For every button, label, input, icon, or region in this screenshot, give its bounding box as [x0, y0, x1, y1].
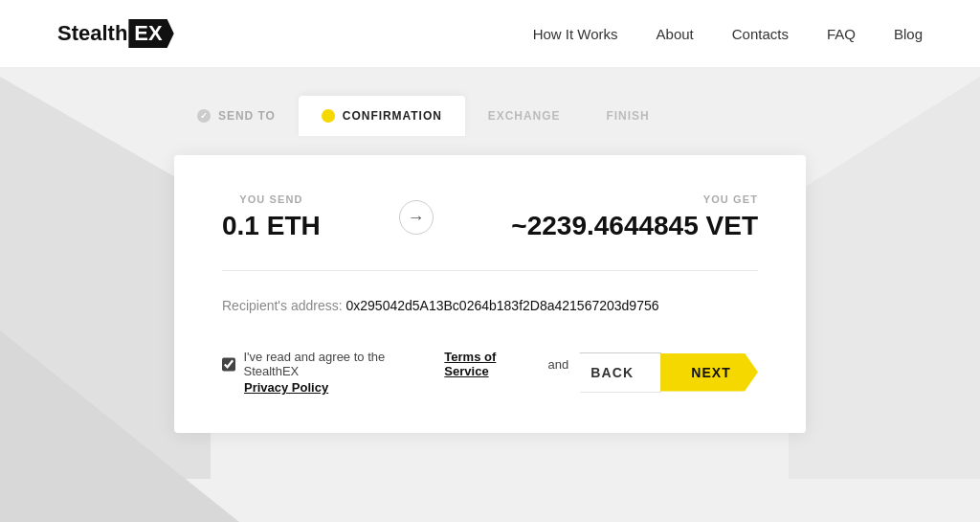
main-content: ✓ SEND TO CONFIRMATION EXCHANGE FINISH Y…: [0, 67, 980, 433]
terms-checkbox[interactable]: [222, 357, 235, 372]
step-finish: FINISH: [584, 96, 673, 136]
buttons-group: BACK NEXT: [568, 352, 758, 393]
recipient-label: Recipient's address:: [222, 298, 343, 313]
header: StealthEX How It Works About Contacts FA…: [0, 0, 980, 67]
recipient-address: 0x295042d5A13Bc0264b183f2D8a421567203d97…: [346, 298, 659, 313]
nav-blog[interactable]: Blog: [894, 26, 923, 42]
send-label: YOU SEND: [222, 193, 321, 205]
next-button[interactable]: NEXT: [660, 353, 758, 392]
privacy-policy-link[interactable]: Privacy Policy: [244, 380, 568, 395]
step-send-to-label: SEND TO: [218, 109, 276, 123]
step-confirmation: CONFIRMATION: [299, 96, 465, 136]
get-block: YOU GET ~2239.4644845 VET: [511, 193, 758, 241]
step-confirmation-dot: [322, 109, 335, 123]
checkbox-area: I've read and agree to the StealthEX Ter…: [222, 350, 568, 395]
step-exchange: EXCHANGE: [465, 96, 584, 136]
confirmation-card: YOU SEND 0.1 ETH → YOU GET ~2239.4644845…: [174, 155, 806, 433]
logo: StealthEX: [57, 19, 174, 48]
bottom-row: I've read and agree to the StealthEX Ter…: [222, 350, 758, 395]
steps-bar: ✓ SEND TO CONFIRMATION EXCHANGE FINISH: [174, 96, 806, 136]
arrow-icon: →: [399, 200, 434, 235]
send-amount: 0.1 ETH: [222, 211, 321, 241]
logo-ex: EX: [128, 19, 173, 48]
get-amount: ~2239.4644845 VET: [511, 211, 758, 241]
step-send-to: ✓ SEND TO: [174, 96, 299, 136]
logo-stealth: Stealth: [57, 21, 127, 46]
nav-about[interactable]: About: [657, 26, 694, 42]
back-button[interactable]: BACK: [568, 352, 661, 393]
terms-of-service-link[interactable]: Terms of Service: [444, 350, 540, 378]
exchange-row: YOU SEND 0.1 ETH → YOU GET ~2239.4644845…: [222, 193, 758, 271]
terms-checkbox-line: I've read and agree to the StealthEX Ter…: [222, 350, 568, 378]
send-block: YOU SEND 0.1 ETH: [222, 193, 321, 241]
nav-contacts[interactable]: Contacts: [732, 26, 789, 42]
step-send-to-dot: ✓: [197, 109, 211, 123]
main-nav: How It Works About Contacts FAQ Blog: [533, 26, 923, 42]
checkbox-text-2: and: [548, 357, 569, 372]
get-label: YOU GET: [511, 193, 758, 205]
step-exchange-label: EXCHANGE: [488, 109, 561, 123]
step-confirmation-label: CONFIRMATION: [343, 109, 442, 123]
step-finish-label: FINISH: [607, 109, 650, 123]
nav-faq[interactable]: FAQ: [827, 26, 856, 42]
nav-how-it-works[interactable]: How It Works: [533, 26, 618, 42]
checkbox-text-1: I've read and agree to the StealthEX: [243, 350, 436, 378]
recipient-row: Recipient's address: 0x295042d5A13Bc0264…: [222, 271, 758, 340]
